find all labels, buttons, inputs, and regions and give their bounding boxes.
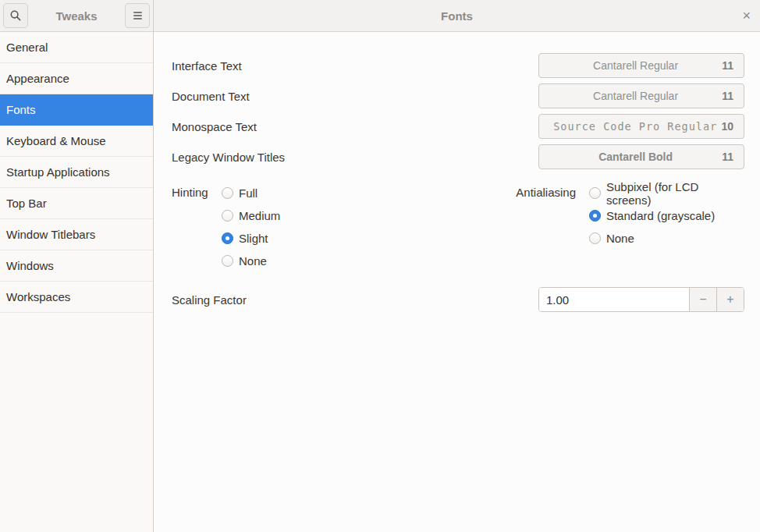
- interface-text-label: Interface Text: [172, 59, 242, 73]
- main-header: Fonts ×: [154, 0, 760, 32]
- document-text-label: Document Text: [172, 90, 250, 103]
- document-font-button[interactable]: Cantarell Regular 11: [538, 83, 744, 108]
- antialiasing-label: Antialiasing: [516, 182, 589, 272]
- plus-icon: +: [726, 293, 733, 306]
- monospace-text-row: Monospace Text Source Code Pro Regular 1…: [172, 114, 744, 139]
- interface-font-button[interactable]: Cantarell Regular 11: [538, 53, 744, 78]
- sidebar: Tweaks General Appearance Fonts Keyboard…: [0, 0, 154, 532]
- radio-circle-icon: [589, 187, 601, 199]
- sidebar-item-fonts[interactable]: Fonts: [0, 94, 153, 126]
- radio-label: None: [606, 232, 634, 245]
- radio-label: Subpixel (for LCD screens): [606, 180, 744, 207]
- fonts-settings-panel: Interface Text Cantarell Regular 11 Docu…: [154, 32, 760, 532]
- font-size: 11: [722, 151, 733, 163]
- radio-antialiasing-subpixel[interactable]: Subpixel (for LCD screens): [589, 182, 744, 204]
- font-size: 11: [722, 90, 733, 102]
- scaling-factor-input[interactable]: 1.00: [539, 288, 689, 311]
- main-pane: Fonts × Interface Text Cantarell Regular…: [154, 0, 760, 532]
- antialiasing-group: Antialiasing Subpixel (for LCD screens) …: [516, 182, 744, 272]
- font-name: Source Code Pro Regular: [549, 120, 721, 133]
- scaling-factor-spinbutton: 1.00 − +: [538, 287, 744, 312]
- radio-hinting-none[interactable]: None: [222, 250, 280, 272]
- sidebar-list: General Appearance Fonts Keyboard & Mous…: [0, 32, 153, 532]
- document-text-row: Document Text Cantarell Regular 11: [172, 83, 744, 108]
- page-title: Fonts: [441, 9, 473, 23]
- hamburger-menu-icon: [133, 10, 142, 21]
- tweaks-window: Tweaks General Appearance Fonts Keyboard…: [0, 0, 760, 532]
- hinting-options: Full Medium Slight None: [222, 182, 280, 272]
- search-icon: [9, 9, 22, 22]
- radio-circle-icon: [222, 210, 233, 222]
- increase-button[interactable]: +: [716, 288, 744, 311]
- sidebar-item-workspaces[interactable]: Workspaces: [0, 282, 153, 313]
- sidebar-item-window-titlebars[interactable]: Window Titlebars: [0, 219, 153, 250]
- font-size: 10: [721, 120, 733, 133]
- radio-label: None: [239, 254, 267, 268]
- close-button[interactable]: ×: [742, 0, 751, 32]
- radio-circle-icon: [589, 232, 601, 244]
- radio-hinting-slight[interactable]: Slight: [222, 227, 280, 250]
- radio-circle-icon: [222, 187, 233, 199]
- sidebar-item-keyboard-mouse[interactable]: Keyboard & Mouse: [0, 126, 153, 157]
- radio-circle-icon: [222, 255, 233, 267]
- radio-label: Slight: [239, 232, 268, 245]
- monospace-font-button[interactable]: Source Code Pro Regular 10: [538, 114, 744, 139]
- radio-label: Standard (grayscale): [606, 209, 715, 222]
- sidebar-item-appearance[interactable]: Appearance: [0, 63, 153, 94]
- sidebar-item-startup-applications[interactable]: Startup Applications: [0, 157, 153, 188]
- minus-icon: −: [699, 293, 706, 306]
- interface-text-row: Interface Text Cantarell Regular 11: [172, 53, 744, 78]
- sidebar-item-windows[interactable]: Windows: [0, 250, 153, 282]
- radio-antialiasing-none[interactable]: None: [589, 227, 744, 250]
- radio-hinting-medium[interactable]: Medium: [222, 204, 280, 227]
- font-name: Cantarell Regular: [549, 59, 722, 72]
- antialiasing-options: Subpixel (for LCD screens) Standard (gra…: [589, 182, 744, 272]
- font-size: 11: [722, 59, 733, 72]
- legacy-window-titles-label: Legacy Window Titles: [172, 151, 285, 164]
- menu-button[interactable]: [125, 3, 150, 28]
- radio-hinting-full[interactable]: Full: [222, 182, 280, 204]
- scaling-factor-row: Scaling Factor 1.00 − +: [172, 287, 744, 312]
- radio-label: Full: [239, 186, 257, 200]
- font-name: Cantarell Bold: [549, 151, 722, 163]
- monospace-text-label: Monospace Text: [172, 120, 257, 133]
- radio-circle-icon: [222, 232, 233, 244]
- sidebar-header: Tweaks: [0, 0, 153, 32]
- search-button[interactable]: [3, 3, 28, 28]
- font-name: Cantarell Regular: [549, 90, 722, 102]
- rendering-options: Hinting Full Medium Slight: [172, 182, 744, 272]
- legacy-window-titles-row: Legacy Window Titles Cantarell Bold 11: [172, 144, 744, 169]
- decrease-button[interactable]: −: [689, 288, 716, 311]
- scaling-factor-label: Scaling Factor: [172, 293, 247, 307]
- hinting-group: Hinting Full Medium Slight: [172, 182, 516, 272]
- sidebar-item-top-bar[interactable]: Top Bar: [0, 188, 153, 219]
- close-icon: ×: [742, 8, 751, 24]
- radio-circle-icon: [589, 210, 601, 222]
- legacy-titles-font-button[interactable]: Cantarell Bold 11: [538, 144, 744, 169]
- radio-antialiasing-standard[interactable]: Standard (grayscale): [589, 204, 744, 227]
- sidebar-item-general[interactable]: General: [0, 32, 153, 63]
- radio-label: Medium: [239, 209, 280, 222]
- hinting-label: Hinting: [172, 182, 222, 272]
